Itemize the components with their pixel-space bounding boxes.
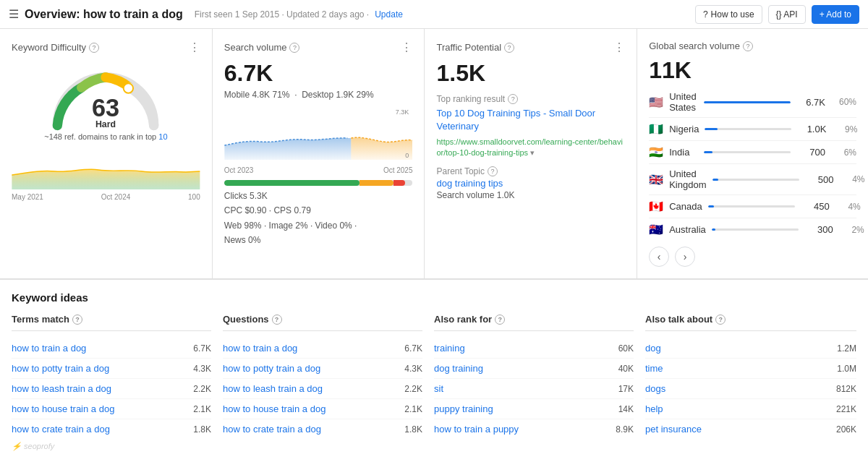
svg-text:7.3K: 7.3K: [396, 108, 409, 116]
keyword-link[interactable]: how to house train a dog: [223, 403, 326, 414]
keyword-link[interactable]: how to potty train a dog: [223, 363, 320, 374]
country-name: United Kingdom: [669, 168, 706, 190]
also-rank-for-col: Also rank for ? training 60K dog trainin…: [434, 314, 645, 451]
tp-parent-topic-label: Parent Topic ?: [436, 166, 625, 176]
country-flag: 🇨🇦: [649, 200, 663, 213]
gsv-countries-list: 🇺🇸 United States 6.7K 60% 🇳🇬 Nigeria 1.0…: [649, 87, 856, 241]
sv-meta: Clicks 5.3K CPC $0.90 · CPS 0.79 Web 98%…: [224, 189, 413, 248]
ideas-row: help 221K: [645, 399, 856, 419]
keyword-volume: 40K: [618, 364, 634, 374]
keyword-link[interactable]: how to house train a dog: [12, 403, 114, 414]
keyword-volume: 17K: [618, 384, 634, 394]
also-rank-info-icon[interactable]: ?: [495, 315, 505, 325]
keyword-link[interactable]: dog training: [434, 363, 483, 374]
also-talk-about-header: Also talk about ?: [645, 314, 856, 331]
also-rank-for-list: training 60K dog training 40K sit 17K pu…: [434, 338, 634, 439]
keyword-link[interactable]: how to leash train a dog: [12, 383, 111, 394]
ideas-row: how to leash train a dog 2.2K: [12, 379, 211, 399]
sv-chart-axis: Oct 2023 Oct 2025: [224, 166, 413, 174]
kd-gauge-svg: 63 Hard: [41, 60, 171, 132]
keyword-link[interactable]: how to crate train a dog: [223, 424, 321, 435]
keyword-difficulty-card: Keyword Difficulty ? ⋮ 63 Hard: [0, 29, 213, 278]
kd-menu-icon[interactable]: ⋮: [189, 40, 200, 54]
ideas-row: how to crate train a dog 1.8K: [223, 419, 422, 439]
gsv-bar-fill: [704, 101, 791, 103]
keyword-volume: 1.0M: [837, 364, 856, 374]
global-search-volume-card: Global search volume ? 11K 🇺🇸 United Sta…: [637, 29, 868, 278]
gsv-title: Global search volume: [649, 40, 740, 51]
gsv-info-icon[interactable]: ?: [743, 41, 753, 51]
keyword-link[interactable]: how to leash train a dog: [223, 383, 323, 394]
gsv-bar-fill: [704, 151, 712, 153]
api-button[interactable]: {} API: [768, 5, 806, 24]
keyword-link[interactable]: how to train a puppy: [434, 424, 519, 435]
gsv-bar-fill: [705, 128, 718, 130]
page-meta: First seen 1 Sep 2015 · Updated 2 days a…: [195, 9, 370, 20]
keyword-volume: 221K: [836, 404, 856, 414]
kd-card-header: Keyword Difficulty ? ⋮: [12, 40, 200, 54]
questions-info-icon[interactable]: ?: [272, 315, 282, 325]
country-pct: 4%: [835, 202, 861, 212]
keyword-link[interactable]: training: [434, 343, 465, 354]
tp-value: 1.5K: [436, 60, 625, 87]
gsv-bar-fill: [708, 205, 714, 208]
sv-menu-icon[interactable]: ⋮: [401, 40, 412, 54]
questions-header: Questions ?: [223, 314, 422, 331]
keyword-volume: 1.8K: [404, 424, 422, 435]
keyword-link[interactable]: how to crate train a dog: [12, 424, 110, 435]
keyword-volume: 4.3K: [193, 364, 211, 374]
keyword-volume: 8.9K: [616, 424, 634, 435]
gsv-navigation: ‹ ›: [649, 247, 856, 267]
keyword-link[interactable]: pet insurance: [645, 424, 702, 435]
tp-menu-icon[interactable]: ⋮: [613, 40, 625, 54]
sv-green-fill: [224, 180, 360, 186]
keyword-volume: 6.7K: [193, 343, 211, 354]
tp-result-info-icon[interactable]: ?: [508, 94, 518, 104]
terms-match-info-icon[interactable]: ?: [72, 315, 82, 325]
also-talk-info-icon[interactable]: ?: [715, 315, 726, 325]
update-link[interactable]: Update: [375, 9, 403, 20]
gsv-prev-button[interactable]: ‹: [649, 247, 669, 267]
keyword-ideas-grid: Terms match ? how to train a dog 6.7K ho…: [12, 314, 856, 451]
keyword-link[interactable]: how to potty train a dog: [12, 363, 109, 374]
also-talk-about-col: Also talk about ? dog 1.2M time 1.0M dog…: [645, 314, 856, 451]
country-volume: 300: [804, 224, 833, 235]
menu-icon[interactable]: ☰: [9, 7, 19, 21]
gsv-next-button[interactable]: ›: [675, 247, 695, 267]
keyword-link[interactable]: time: [645, 363, 663, 374]
ideas-row: how to crate train a dog 1.8K: [12, 419, 211, 439]
terms-match-list: how to train a dog 6.7K how to potty tra…: [12, 338, 211, 439]
kd-top-link[interactable]: 10: [158, 132, 167, 141]
svg-text:63: 63: [92, 94, 119, 121]
tp-result-link[interactable]: Top 10 Dog Training Tips - Small Door Ve…: [436, 107, 625, 133]
keyword-link[interactable]: dog: [645, 343, 661, 354]
ideas-row: how to leash train a dog 2.2K: [223, 379, 422, 399]
tp-info-icon[interactable]: ?: [504, 43, 514, 53]
country-name: Canada: [669, 201, 702, 212]
tp-parent-topic-link[interactable]: dog training tips: [436, 178, 625, 189]
how-to-use-button[interactable]: ? How to use: [695, 5, 762, 24]
country-pct: 9%: [832, 124, 857, 134]
country-flag: 🇳🇬: [649, 122, 663, 136]
tp-parent-info-icon[interactable]: ?: [488, 166, 498, 176]
keyword-link[interactable]: sit: [434, 383, 443, 394]
kd-sparkline-container: May 2021 Oct 2024 100: [12, 150, 200, 201]
kd-info-icon[interactable]: ?: [89, 43, 99, 53]
keyword-link[interactable]: puppy training: [434, 403, 493, 414]
sv-stats: Mobile 4.8K 71% · Desktop 1.9K 29%: [224, 90, 413, 100]
keyword-link[interactable]: how to train a dog: [12, 343, 86, 354]
kd-sublabel: ~148 ref. domains to rank in top 10: [12, 132, 200, 141]
sv-orange-fill: [359, 180, 393, 186]
keyword-volume: 2.2K: [193, 384, 211, 394]
sv-info-icon[interactable]: ?: [289, 43, 299, 53]
keyword-link[interactable]: help: [645, 403, 663, 414]
sv-progress-bar: [224, 180, 413, 186]
add-to-button[interactable]: + Add to: [812, 5, 859, 24]
kd-gauge: 63 Hard: [12, 60, 200, 132]
ideas-row: dog 1.2M: [645, 338, 856, 359]
keyword-link[interactable]: dogs: [645, 383, 665, 394]
sv-red-fill: [393, 180, 405, 186]
keyword-link[interactable]: how to train a dog: [223, 343, 297, 354]
country-name: India: [669, 147, 698, 158]
traffic-potential-card: Traffic Potential ? ⋮ 1.5K Top ranking r…: [425, 29, 637, 278]
